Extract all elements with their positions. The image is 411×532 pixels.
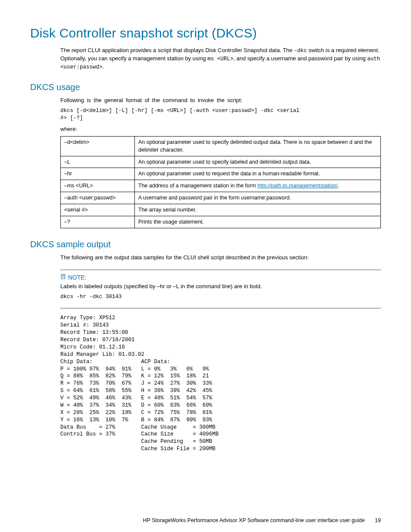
param-desc-a: The address of a management station in t… [138, 183, 258, 189]
table-row: –auth <user:passwd> A username and passw… [61, 192, 381, 204]
sample-lead: The following are the output data sample… [60, 254, 381, 262]
param-key: –auth <user:passwd> [61, 192, 135, 204]
usage-lead: Following is the general format of the c… [60, 96, 381, 105]
table-row: –hr An optional parameter used to reques… [61, 168, 381, 180]
param-key: –? [61, 216, 135, 228]
param-desc: The array serial number. [135, 204, 381, 216]
intro-code-ms: ms <URL> [208, 56, 234, 62]
note-label: NOTE: [60, 274, 381, 281]
table-row: –L An optional parameter used to specify… [61, 156, 381, 168]
intro-code-dkc: –dkc [294, 48, 307, 54]
param-desc: The address of a management station in t… [135, 180, 381, 192]
param-desc: An optional parameter used to request th… [135, 168, 381, 180]
param-desc-a: An optional parameter used to specify de… [138, 139, 349, 145]
usage-command: dkcs [-d<delim>] [-L] [-hr] [-ms <URL>] … [60, 107, 381, 122]
note-body: Labels in labeled outputs (specified by … [60, 283, 381, 291]
params-table: –d<delim> An optional parameter used to … [60, 136, 381, 228]
note-icon [60, 274, 66, 281]
intro-text-e: , and specify a username and password pa… [234, 55, 367, 62]
param-desc: Prints the usage statement. [135, 216, 381, 228]
param-desc-c: . [338, 183, 339, 189]
intro-text-a: The report CLUI application provides a s… [60, 47, 294, 53]
table-row: <serial #> The array serial number. [61, 204, 381, 216]
page-number: 19 [375, 517, 381, 523]
param-desc: A username and password pair in the form… [135, 192, 381, 204]
note-block: NOTE: Labels in labeled outputs (specifi… [60, 270, 381, 309]
footer-text: HP StorageWorks Performance Advisor XP S… [143, 517, 365, 523]
param-key: <serial #> [61, 204, 135, 216]
param-key: –L [61, 156, 135, 168]
param-desc: An optional parameter used to specify la… [135, 156, 381, 168]
usage-where: where: [60, 125, 381, 134]
page-title: Disk Controller snapshot script (DKCS) [30, 26, 381, 40]
param-key: –ms <URL> [61, 180, 135, 192]
table-row: –ms <URL> The address of a management st… [61, 180, 381, 192]
table-row: –? Prints the usage statement. [61, 216, 381, 228]
param-key: –hr [61, 168, 135, 180]
intro-text-g: . [103, 63, 104, 70]
note-cmd: dkcs -hr -dkc 30143 [60, 293, 381, 301]
note-label-text: NOTE: [68, 274, 87, 281]
sample-output: Array Type: XP512 Serial #: 30143 Record… [60, 314, 381, 453]
param-desc: An optional parameter used to specify de… [135, 136, 381, 156]
management-station-link[interactable]: http://path.to.managementstation/ [258, 183, 338, 189]
sample-heading: DKCS sample output [30, 240, 381, 249]
usage-heading: DKCS usage [30, 82, 381, 92]
page-footer: HP StorageWorks Performance Advisor XP S… [30, 517, 381, 523]
param-key: –d<delim> [61, 136, 135, 156]
intro-paragraph: The report CLUI application provides a s… [60, 47, 381, 71]
table-row: –d<delim> An optional parameter used to … [61, 136, 381, 156]
